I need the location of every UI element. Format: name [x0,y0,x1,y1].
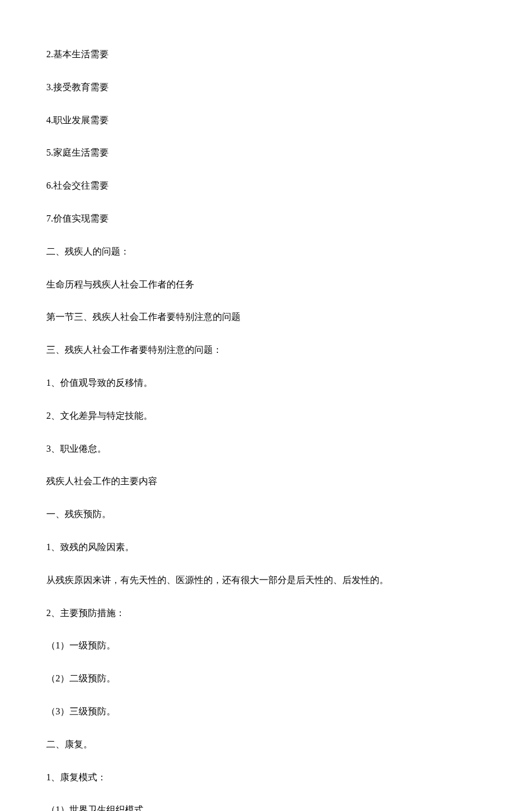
text-line: 3、职业倦怠。 [46,441,486,458]
text-line: 二、残疾人的问题： [46,244,486,260]
text-line: 2、主要预防措施： [46,605,486,622]
text-line: 5.家庭生活需要 [46,145,486,161]
text-line: 4.职业发展需要 [46,112,486,129]
text-line: 三、残疾人社会工作者要特别注意的问题： [46,342,486,359]
text-line: 残疾人社会工作的主要内容 [46,473,486,490]
text-line: 6.社会交往需要 [46,178,486,194]
text-line: 从残疾原因来讲，有先天性的、医源性的，还有很大一部分是后天性的、后发性的。 [46,572,486,589]
text-line: 2、文化差异与特定技能。 [46,408,486,425]
text-line: 1、致残的风险因素。 [46,539,486,556]
text-line: 第一节三、残疾人社会工作者要特别注意的问题 [46,309,486,326]
text-line: 一、残疾预防。 [46,506,486,523]
text-line: 二、康复。 [46,736,486,753]
text-line: （2）二级预防。 [46,670,486,687]
text-line: 生命历程与残疾人社会工作者的任务 [46,277,486,293]
text-line: （1）一级预防。 [46,637,486,654]
text-line: 1、价值观导致的反移情。 [46,375,486,392]
text-line: 7.价值实现需要 [46,211,486,227]
text-line: 1、康复模式： [46,769,486,786]
text-line: （1）世界卫生组织模式。 [46,802,486,811]
text-line: 3.接受教育需要 [46,79,486,96]
text-line: 2.基本生活需要 [46,46,486,63]
text-line: （3）三级预防。 [46,703,486,720]
